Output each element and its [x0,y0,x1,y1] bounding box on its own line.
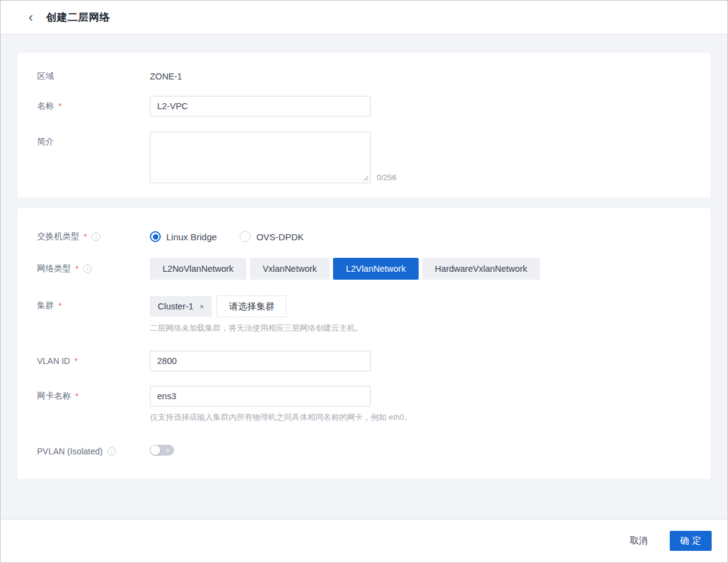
cluster-label: 集群 [37,300,54,311]
cluster-tag-label: Cluster-1 [158,302,194,311]
cluster-helper-text: 二层网络未加载集群，将无法使用相应三层网络创建云主机。 [150,323,691,334]
switch-type-label-wrap: 交换机类型* i [37,231,150,242]
switch-type-row: 交换机类型* i Linux Bridge OVS-DPDK [37,231,691,242]
network-type-l2vlan[interactable]: L2VlanNetwork [333,258,418,280]
radio-circle-unselected [240,231,251,242]
cancel-button[interactable]: 取消 [624,531,654,550]
vlan-id-row: VLAN ID* [37,351,691,371]
required-asterisk: * [74,356,77,366]
create-l2-network-page: ‹ 创建二层网络 区域 ZONE-1 名称* [0,0,728,563]
radio-circle-selected [150,231,161,242]
switch-type-radio-group: Linux Bridge OVS-DPDK [150,231,691,242]
name-label-wrap: 名称* [37,101,150,112]
network-type-label-wrap: 网络类型* i [37,263,150,274]
nic-helper-text: 仅支持选择或输入集群内所有物理机之间具体相同名称的网卡，例如 eth0。 [150,412,691,423]
description-label: 简介 [37,137,54,147]
info-icon[interactable]: i [83,265,92,273]
info-icon[interactable]: i [92,232,100,241]
pvlan-label-wrap: PVLAN (Isolated) i [37,447,150,456]
vlan-id-label-wrap: VLAN ID* [37,356,150,366]
cluster-selection: Cluster-1 × 请选择集群 [150,295,691,317]
page-title: 创建二层网络 [46,10,110,24]
radio-ovs-dpdk[interactable]: OVS-DPDK [240,231,303,242]
nic-name-label-wrap: 网卡名称* [37,386,150,402]
name-input[interactable] [150,96,371,116]
toggle-off-icon: × [166,447,170,454]
network-type-options: L2NoVlanNetwork VxlanNetwork L2VlanNetwo… [150,258,691,280]
pvlan-toggle[interactable]: × [150,445,174,456]
network-type-l2novlan[interactable]: L2NoVlanNetwork [150,258,246,280]
cluster-row: 集群* Cluster-1 × 请选择集群 二层网络未加载集群，将无法使用相应三… [37,295,691,334]
vlan-id-label: VLAN ID [37,356,70,366]
description-label-wrap: 简介 [37,132,150,147]
nic-name-label: 网卡名称 [37,391,71,402]
network-type-hardwarevxlan[interactable]: HardwareVxlanNetwork [422,258,540,280]
name-row: 名称* [37,96,691,116]
cluster-label-wrap: 集群* [37,295,150,311]
network-settings-card: 交换机类型* i Linux Bridge OVS-DPDK [18,208,710,479]
required-asterisk: * [75,264,78,274]
required-asterisk: * [58,301,61,311]
vlan-id-input[interactable] [150,351,371,371]
description-row: 简介 0/256 [37,132,691,183]
name-label: 名称 [37,101,54,112]
zone-value: ZONE-1 [150,72,182,81]
radio-label: OVS-DPDK [256,232,303,242]
description-textarea[interactable] [150,132,371,183]
nic-name-input[interactable] [150,386,371,406]
zone-label: 区域 [37,71,54,82]
cluster-tag: Cluster-1 × [150,296,212,317]
required-asterisk: * [75,391,78,401]
radio-linux-bridge[interactable]: Linux Bridge [150,231,217,242]
required-asterisk: * [58,101,61,111]
nic-name-row: 网卡名称* 仅支持选择或输入集群内所有物理机之间具体相同名称的网卡，例如 eth… [37,386,691,423]
page-header: ‹ 创建二层网络 [1,1,727,35]
basic-info-card: 区域 ZONE-1 名称* 简介 [18,53,710,198]
info-icon[interactable]: i [107,447,116,456]
tag-close-icon[interactable]: × [200,303,204,311]
switch-type-label: 交换机类型 [37,231,79,242]
network-type-row: 网络类型* i L2NoVlanNetwork VxlanNetwork L2V… [37,258,691,280]
network-type-vxlan[interactable]: VxlanNetwork [250,258,329,280]
zone-row: 区域 ZONE-1 [37,71,691,82]
page-footer: 取消 确定 [1,519,727,562]
toggle-knob [150,445,160,455]
back-icon[interactable]: ‹ [25,11,36,24]
form-content: 区域 ZONE-1 名称* 简介 [1,35,727,519]
pvlan-row: PVLAN (Isolated) i × [37,445,691,457]
radio-label: Linux Bridge [166,232,217,242]
char-counter: 0/256 [377,173,397,183]
network-type-label: 网络类型 [37,263,71,274]
confirm-button[interactable]: 确定 [670,531,712,551]
pvlan-label: PVLAN (Isolated) [37,447,103,456]
required-asterisk: * [84,232,87,241]
zone-label-wrap: 区域 [37,71,150,82]
select-cluster-button[interactable]: 请选择集群 [217,295,286,317]
